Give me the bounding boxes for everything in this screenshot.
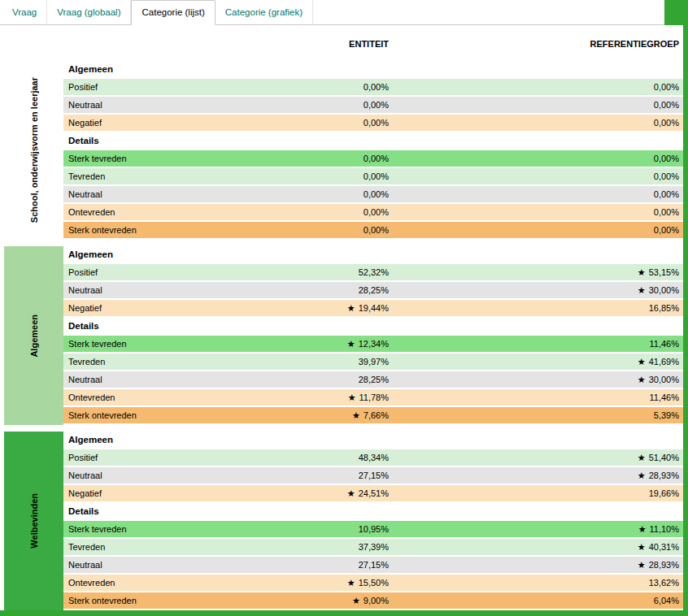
group-header-details: Details [63,318,683,334]
star-icon: ★ [638,561,646,570]
section-rows: AlgemeenPositief0,00%0,00%Neutraal0,00%0… [63,61,683,240]
value-text: 7,66% [364,407,389,423]
value-text: 51,40% [649,449,679,466]
row-label: Negatief [63,115,267,131]
referentiegroep-value: ★40,31% [389,539,683,555]
section-label-welbevinden: Welbevinden [4,432,63,610]
entiteit-value: 0,00% [267,97,389,113]
table-row-positief: Positief0,00%0,00% [63,79,683,95]
value-text: 9,00% [364,592,389,609]
star-icon: ★ [638,286,646,295]
row-label: Sterk ontevreden [63,592,267,609]
content-panel: ENTITEIT REFERENTIEGROEP School, onderwi… [0,25,683,610]
row-label: Neutraal [63,557,267,573]
value-text: 16,85% [649,300,679,316]
entiteit-value: ★9,00% [267,592,389,609]
table-row-sterk-ontevreden: Sterk ontevreden0,00%0,00% [63,222,683,238]
table-row-negatief: Negatief0,00%0,00% [63,115,683,131]
row-label: Ontevreden [63,575,267,591]
group-header-algemeen: Algemeen [63,432,683,448]
referentiegroep-value: 0,00% [389,79,683,95]
star-icon: ★ [352,411,360,420]
value-text: 0,00% [364,79,389,95]
referentiegroep-value: 11,46% [389,389,683,406]
value-text: 39,97% [359,354,389,370]
entiteit-value: 10,95% [267,521,389,537]
star-icon: ★ [347,579,355,588]
section-rows: AlgemeenPositief52,32%★53,15%Neutraal28,… [63,246,683,425]
star-icon: ★ [638,375,646,384]
row-label: Negatief [63,485,267,501]
entiteit-value: 48,34% [267,449,389,466]
row-label: Sterk tevreden [63,336,267,352]
value-text: 0,00% [654,222,679,238]
value-text: 28,93% [649,557,679,573]
referentiegroep-value: ★28,93% [389,557,683,573]
row-label: Sterk ontevreden [63,407,267,423]
table-row-tevreden: Tevreden0,00%0,00% [63,168,683,184]
value-text: 11,10% [650,521,680,537]
value-text: 0,00% [364,115,389,131]
table-row-neutraal: Neutraal0,00%0,00% [63,97,683,113]
referentiegroep-value: 11,46% [389,336,683,352]
group-header-algemeen: Algemeen [63,246,683,262]
referentiegroep-value: ★30,00% [389,371,683,388]
tab-categorie-grafiek[interactable]: Categorie (grafiek) [216,0,313,24]
group-header-details: Details [63,503,683,519]
value-text: 11,46% [650,336,680,352]
value-text: 28,25% [359,282,389,298]
value-text: 0,00% [654,168,679,184]
value-text: 30,00% [649,371,679,388]
star-icon: ★ [638,268,646,277]
entiteit-value: ★15,50% [267,575,389,591]
row-label: Neutraal [63,467,267,484]
referentiegroep-value: ★30,00% [389,282,683,298]
tab-categorie-lijst[interactable]: Categorie (lijst) [131,0,215,25]
value-text: 27,15% [359,467,389,484]
referentiegroep-value: 0,00% [389,97,683,113]
value-text: 40,31% [649,539,679,555]
section-welbevinden: WelbevindenAlgemeenPositief48,34%★51,40%… [0,432,683,610]
section-label-text: School, onderwijsvorm en leerjaar [29,77,39,223]
referentiegroep-value: 0,00% [389,115,683,131]
entiteit-value: 27,15% [267,467,389,484]
row-label: Sterk tevreden [63,150,267,167]
table-row-neutraal: Neutraal0,00%0,00% [63,186,683,202]
value-text: 0,00% [654,115,679,131]
table-row-sterk-ontevreden: Sterk ontevreden★7,66%5,39% [63,407,683,423]
tab-bar: VraagVraag (globaal)Categorie (lijst)Cat… [0,0,664,25]
referentiegroep-value: 13,62% [389,575,683,591]
value-text: 28,25% [359,371,389,388]
row-label: Positief [63,264,267,280]
referentiegroep-value: 19,66% [389,485,683,501]
referentiegroep-value: ★28,93% [389,467,683,484]
value-text: 0,00% [364,168,389,184]
referentiegroep-value: 0,00% [389,186,683,202]
section-algemeen: AlgemeenAlgemeenPositief52,32%★53,15%Neu… [0,246,683,425]
entiteit-value: ★11,78% [267,389,389,406]
tab-vraag[interactable]: Vraag [2,0,47,24]
table-row-ontevreden: Ontevreden★15,50%13,62% [63,575,683,591]
group-header-details: Details [63,132,683,149]
table-row-negatief: Negatief★19,44%16,85% [63,300,683,316]
column-header-referentiegroep: REFERENTIEGROEP [389,39,683,49]
row-label: Negatief [63,300,267,316]
table-row-sterk-ontevreden: Sterk ontevreden★9,00%6,04% [63,592,683,609]
value-text: 48,34% [359,449,389,466]
value-text: 28,93% [649,467,679,484]
entiteit-value: ★7,66% [267,407,389,423]
entiteit-value: 39,97% [267,354,389,370]
table-row-sterk-tevreden: Sterk tevreden10,95%★11,10% [63,521,683,537]
star-icon: ★ [352,596,360,605]
entiteit-value: 0,00% [267,150,389,167]
row-label: Ontevreden [63,389,267,406]
referentiegroep-value: ★51,40% [389,449,683,466]
star-icon: ★ [638,471,646,480]
tab-vraag-globaal[interactable]: Vraag (globaal) [47,0,131,24]
value-text: 12,34% [359,336,389,352]
value-text: 19,66% [649,485,679,501]
row-label: Sterk tevreden [63,521,267,537]
row-label: Tevreden [63,168,267,184]
entiteit-value: ★24,51% [267,485,389,501]
entiteit-value: 0,00% [267,168,389,184]
